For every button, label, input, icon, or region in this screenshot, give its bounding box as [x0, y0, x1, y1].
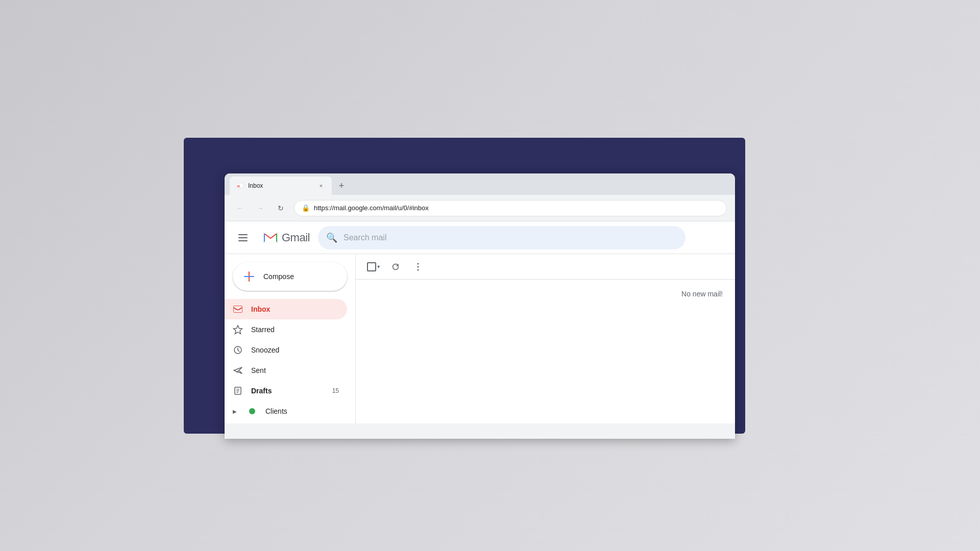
hamburger-icon: [238, 234, 248, 241]
sidebar-item-inbox[interactable]: Inbox: [225, 299, 347, 319]
new-tab-button[interactable]: +: [334, 177, 349, 195]
search-input[interactable]: Search mail: [344, 233, 677, 242]
tab-close-button[interactable]: ×: [316, 181, 326, 190]
clients-dot-icon: [247, 406, 257, 416]
tab-favicon-icon: M: [236, 182, 244, 190]
lock-icon: 🔒: [302, 204, 310, 212]
compose-button[interactable]: Compose: [233, 262, 347, 291]
star-icon: [233, 324, 243, 335]
clients-expand-icon: ▶: [233, 409, 237, 414]
select-checkbox: ▾: [367, 262, 380, 271]
sidebar-item-drafts[interactable]: Drafts 15: [225, 381, 347, 401]
svg-point-20: [418, 266, 419, 267]
sidebar-item-clients[interactable]: ▶ Clients: [225, 401, 347, 421]
sidebar-item-starred[interactable]: Starred: [225, 319, 347, 340]
sidebar-item-sent[interactable]: Sent: [225, 360, 347, 381]
more-options-icon: [413, 262, 423, 271]
compose-plus-icon: [241, 268, 257, 285]
desktop: M Inbox × + ← → ↻ 🔒 https://mail.google.…: [0, 0, 980, 551]
sent-icon: [233, 365, 243, 375]
compose-label: Compose: [263, 272, 294, 281]
inbox-icon: [233, 304, 243, 314]
active-tab[interactable]: M Inbox ×: [230, 177, 332, 195]
svg-rect-9: [236, 310, 240, 312]
empty-inbox-area: No new mail!: [356, 280, 735, 423]
refresh-icon: [391, 262, 400, 271]
drafts-icon: [233, 386, 243, 396]
menu-button[interactable]: [233, 228, 253, 248]
tab-title: Inbox: [248, 182, 312, 189]
svg-point-19: [418, 263, 419, 264]
address-bar: ← → ↻ 🔒 https://mail.google.com/mail/u/0…: [225, 195, 735, 221]
search-icon: 🔍: [326, 232, 337, 243]
svg-point-21: [418, 269, 419, 270]
gmail-wordmark: Gmail: [282, 231, 310, 244]
sidebar-item-snoozed[interactable]: Snoozed: [225, 340, 347, 360]
sent-label: Sent: [251, 366, 339, 374]
main-email-area: ▾: [355, 254, 735, 423]
starred-label: Starred: [251, 325, 339, 334]
email-toolbar: ▾: [356, 254, 735, 280]
gmail-body: Compose Inbox: [225, 254, 735, 423]
svg-marker-10: [234, 325, 242, 334]
select-all-button[interactable]: ▾: [364, 258, 382, 276]
gmail-logo[interactable]: Gmail: [261, 229, 310, 247]
forward-button[interactable]: →: [253, 201, 267, 215]
inbox-label: Inbox: [251, 305, 339, 313]
sidebar: Compose Inbox: [225, 254, 355, 423]
no-new-mail-message: No new mail!: [681, 290, 723, 298]
tab-bar: M Inbox × +: [225, 173, 735, 195]
drafts-label: Drafts: [251, 387, 324, 395]
clients-label: Clients: [265, 407, 339, 415]
reload-button[interactable]: ↻: [274, 201, 288, 215]
snoozed-label: Snoozed: [251, 346, 339, 354]
snoozed-icon: [233, 345, 243, 355]
checkbox-dropdown-arrow: ▾: [377, 264, 380, 269]
gmail-m-icon: [261, 229, 280, 247]
browser-window: M Inbox × + ← → ↻ 🔒 https://mail.google.…: [225, 173, 735, 439]
back-button[interactable]: ←: [233, 201, 247, 215]
more-options-button[interactable]: [409, 258, 427, 276]
refresh-button[interactable]: [386, 258, 405, 276]
gmail-header: Gmail 🔍 Search mail: [225, 221, 735, 254]
svg-text:M: M: [237, 185, 240, 188]
url-text: https://mail.google.com/mail/u/0/#inbox: [314, 204, 429, 212]
gmail-app: Gmail 🔍 Search mail Compose: [225, 221, 735, 439]
url-bar[interactable]: 🔒 https://mail.google.com/mail/u/0/#inbo…: [294, 200, 727, 216]
search-bar[interactable]: 🔍 Search mail: [318, 226, 685, 249]
svg-line-13: [238, 350, 239, 352]
drafts-count: 15: [332, 387, 339, 394]
